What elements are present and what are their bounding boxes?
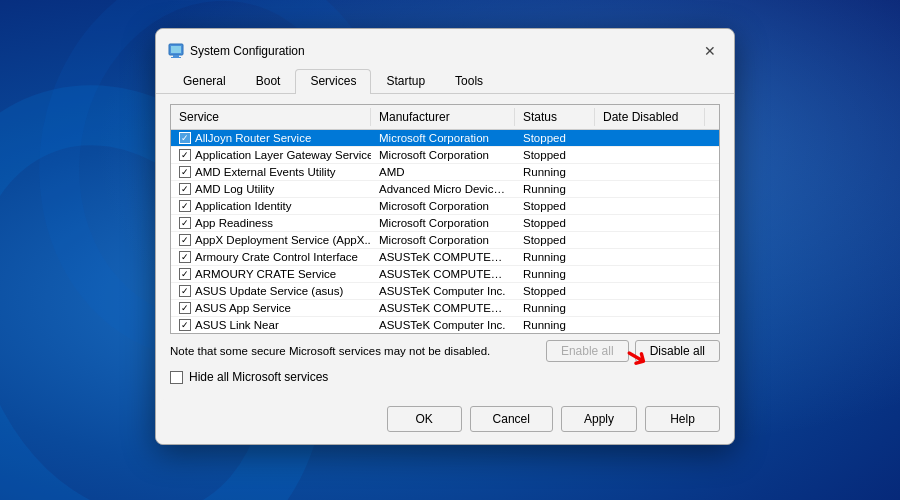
- service-name[interactable]: App Readiness: [171, 215, 371, 231]
- cancel-button[interactable]: Cancel: [470, 406, 553, 432]
- service-date: [595, 306, 705, 310]
- table-row[interactable]: ASUS Link Near ASUSTeK Computer Inc. Run…: [171, 317, 719, 333]
- service-checkbox[interactable]: [179, 234, 191, 246]
- service-manufacturer: ASUSTeK Computer Inc.: [371, 283, 515, 299]
- service-manufacturer: Microsoft Corporation: [371, 147, 515, 163]
- help-button[interactable]: Help: [645, 406, 720, 432]
- table-row[interactable]: Application Layer Gateway Service Micros…: [171, 147, 719, 164]
- service-status: Running: [515, 181, 595, 197]
- col-date-disabled: Date Disabled: [595, 108, 705, 126]
- service-status: Running: [515, 249, 595, 265]
- service-date: [595, 221, 705, 225]
- service-status: Running: [515, 164, 595, 180]
- service-date: [595, 170, 705, 174]
- service-checkbox[interactable]: [179, 183, 191, 195]
- col-status: Status: [515, 108, 595, 126]
- col-scrollbar-header: [705, 108, 720, 126]
- service-manufacturer: Microsoft Corporation: [371, 215, 515, 231]
- service-manufacturer: AMD: [371, 164, 515, 180]
- service-date: [595, 255, 705, 259]
- service-checkbox[interactable]: [179, 251, 191, 263]
- service-checkbox[interactable]: [179, 132, 191, 144]
- service-name[interactable]: ASUS Link Near: [171, 317, 371, 333]
- service-name[interactable]: Application Identity: [171, 198, 371, 214]
- service-status: Running: [515, 266, 595, 282]
- service-date: [595, 289, 705, 293]
- service-date: [595, 238, 705, 242]
- close-button[interactable]: ✕: [698, 39, 722, 63]
- service-manufacturer: ASUSTeK COMPUTER INC.: [371, 300, 515, 316]
- service-checkbox[interactable]: [179, 319, 191, 331]
- dialog-icon: [168, 43, 184, 59]
- tab-boot[interactable]: Boot: [241, 69, 296, 94]
- service-manufacturer: ASUSTeK COMPUTER INC.: [371, 266, 515, 282]
- service-manufacturer: ASUSTeK Computer Inc.: [371, 317, 515, 333]
- service-date: [595, 272, 705, 276]
- service-date: [595, 153, 705, 157]
- table-row[interactable]: ASUS Update Service (asus) ASUSTeK Compu…: [171, 283, 719, 300]
- tab-services[interactable]: Services: [295, 69, 371, 94]
- table-row[interactable]: AllJoyn Router Service Microsoft Corpora…: [171, 130, 719, 147]
- hide-ms-label[interactable]: Hide all Microsoft services: [189, 370, 328, 384]
- table-body[interactable]: AllJoyn Router Service Microsoft Corpora…: [171, 130, 719, 333]
- service-status: Stopped: [515, 130, 595, 146]
- ok-button[interactable]: OK: [387, 406, 462, 432]
- tab-bar: General Boot Services Startup Tools: [156, 63, 734, 94]
- service-status: Running: [515, 300, 595, 316]
- service-manufacturer: Advanced Micro Devices, I...: [371, 181, 515, 197]
- service-checkbox[interactable]: [179, 200, 191, 212]
- service-status: Running: [515, 317, 595, 333]
- service-name[interactable]: Application Layer Gateway Service: [171, 147, 371, 163]
- service-name[interactable]: ASUS App Service: [171, 300, 371, 316]
- services-table: Service Manufacturer Status Date Disable…: [170, 104, 720, 334]
- service-name[interactable]: Armoury Crate Control Interface: [171, 249, 371, 265]
- svg-rect-1: [171, 46, 181, 53]
- dialog-title: System Configuration: [190, 44, 305, 58]
- service-date: [595, 204, 705, 208]
- service-manufacturer: Microsoft Corporation: [371, 232, 515, 248]
- tab-general[interactable]: General: [168, 69, 241, 94]
- service-date: [595, 136, 705, 140]
- enable-all-button[interactable]: Enable all: [546, 340, 629, 362]
- table-row[interactable]: AMD Log Utility Advanced Micro Devices, …: [171, 181, 719, 198]
- table-row[interactable]: Armoury Crate Control Interface ASUSTeK …: [171, 249, 719, 266]
- col-service: Service: [171, 108, 371, 126]
- service-name[interactable]: AMD Log Utility: [171, 181, 371, 197]
- service-checkbox[interactable]: [179, 149, 191, 161]
- svg-rect-3: [171, 57, 181, 58]
- tab-startup[interactable]: Startup: [371, 69, 440, 94]
- table-row[interactable]: App Readiness Microsoft Corporation Stop…: [171, 215, 719, 232]
- service-checkbox[interactable]: [179, 217, 191, 229]
- hide-ms-checkbox[interactable]: [170, 371, 183, 384]
- service-name[interactable]: AppX Deployment Service (AppX...: [171, 232, 371, 248]
- table-row[interactable]: ARMOURY CRATE Service ASUSTeK COMPUTER I…: [171, 266, 719, 283]
- svg-rect-2: [173, 55, 179, 57]
- service-checkbox[interactable]: [179, 285, 191, 297]
- service-status: Stopped: [515, 215, 595, 231]
- dialog-footer: OK Cancel Apply Help: [156, 400, 734, 444]
- service-status: Stopped: [515, 198, 595, 214]
- table-row[interactable]: AMD External Events Utility AMD Running: [171, 164, 719, 181]
- service-checkbox[interactable]: [179, 302, 191, 314]
- service-status: Stopped: [515, 283, 595, 299]
- system-configuration-dialog: System Configuration ✕ General Boot Serv…: [155, 28, 735, 445]
- service-manufacturer: Microsoft Corporation: [371, 198, 515, 214]
- tab-tools[interactable]: Tools: [440, 69, 498, 94]
- table-row[interactable]: ASUS App Service ASUSTeK COMPUTER INC. R…: [171, 300, 719, 317]
- service-date: [595, 323, 705, 327]
- service-checkbox[interactable]: [179, 268, 191, 280]
- service-manufacturer: Microsoft Corporation: [371, 130, 515, 146]
- service-date: [595, 187, 705, 191]
- service-checkbox[interactable]: [179, 166, 191, 178]
- service-name[interactable]: ARMOURY CRATE Service: [171, 266, 371, 282]
- apply-button[interactable]: Apply: [561, 406, 637, 432]
- service-status: Stopped: [515, 147, 595, 163]
- table-header: Service Manufacturer Status Date Disable…: [171, 105, 719, 130]
- service-name[interactable]: AMD External Events Utility: [171, 164, 371, 180]
- note-text: Note that some secure Microsoft services…: [170, 345, 490, 357]
- service-name[interactable]: ASUS Update Service (asus): [171, 283, 371, 299]
- table-row[interactable]: Application Identity Microsoft Corporati…: [171, 198, 719, 215]
- service-name[interactable]: AllJoyn Router Service: [171, 130, 371, 146]
- table-row[interactable]: AppX Deployment Service (AppX... Microso…: [171, 232, 719, 249]
- service-manufacturer: ASUSTeK COMPUTER INC.: [371, 249, 515, 265]
